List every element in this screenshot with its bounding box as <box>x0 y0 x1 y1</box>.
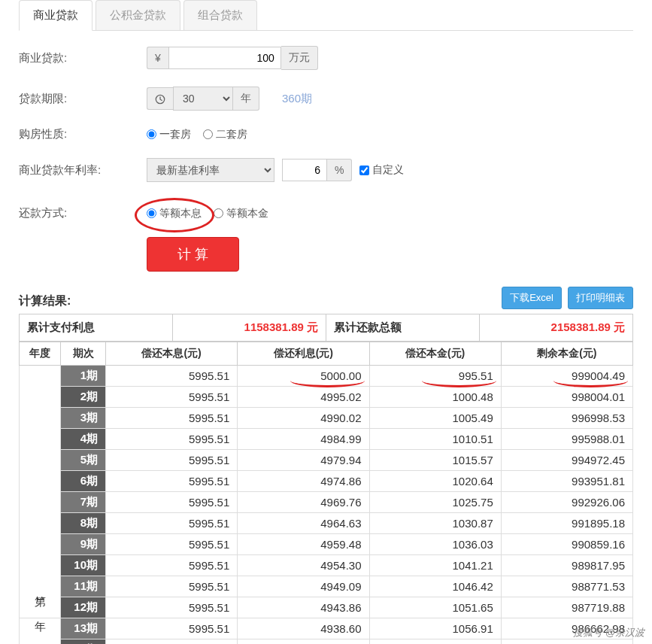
cell-balance: 993951.81 <box>501 471 632 492</box>
radio-second-home[interactable]: 二套房 <box>203 128 247 141</box>
tab-combo[interactable]: 组合贷款 <box>183 0 257 30</box>
cell-balance: 990859.16 <box>501 534 632 555</box>
tab-fund[interactable]: 公积金贷款 <box>96 0 180 30</box>
cell-payment: 5995.51 <box>106 618 238 639</box>
print-detail-button[interactable]: 打印明细表 <box>568 287 633 309</box>
radio-second-home-input[interactable] <box>203 129 213 139</box>
cell-principal: 1041.21 <box>369 555 501 576</box>
rate-input[interactable] <box>282 159 327 181</box>
results-title: 计算结果: <box>19 293 71 309</box>
col-balance: 剩余本金(元) <box>501 342 632 366</box>
radio-equal-principal[interactable]: 等额本金 <box>214 207 268 220</box>
loan-amount-label: 商业贷款: <box>19 51 147 65</box>
cell-interest: 4938.60 <box>238 618 369 639</box>
cell-interest: 4964.63 <box>238 513 369 534</box>
cell-principal: 1015.57 <box>369 450 501 471</box>
interest-total-label: 累计支付利息 <box>20 314 173 342</box>
cell-balance: 988771.53 <box>501 576 632 597</box>
table-row: 12期5995.514943.861051.65987719.88 <box>20 597 633 618</box>
cell-payment: 5995.51 <box>106 492 238 513</box>
radio-equal-principal-label: 等额本金 <box>226 207 268 220</box>
cell-interest: 4954.30 <box>238 555 369 576</box>
cell-principal: 1010.51 <box>369 429 501 450</box>
cell-interest: 4995.02 <box>238 387 369 408</box>
cell-balance: 998004.01 <box>501 387 632 408</box>
rate-custom-checkbox[interactable]: 自定义 <box>359 163 404 177</box>
cell-payment: 5995.51 <box>106 429 238 450</box>
period-cell: 12期 <box>61 597 106 618</box>
table-row: 9期5995.514959.481036.03990859.16 <box>20 534 633 555</box>
period-cell: 8期 <box>61 513 106 534</box>
table-row: 3期5995.514990.021005.49996998.53 <box>20 408 633 429</box>
cell-principal: 1046.42 <box>369 576 501 597</box>
loan-amount-input[interactable] <box>168 47 281 69</box>
period-cell: 7期 <box>61 492 106 513</box>
cell-payment: 5995.51 <box>106 534 238 555</box>
currency-icon: ¥ <box>147 47 168 69</box>
tab-commercial[interactable]: 商业贷款 <box>19 0 92 31</box>
clock-icon <box>147 87 173 110</box>
calculate-button[interactable]: 计 算 <box>147 237 239 272</box>
cell-principal: 1005.49 <box>369 408 501 429</box>
radio-first-home-label: 一套房 <box>159 128 191 141</box>
rate-custom-checkbox-input[interactable] <box>359 166 369 175</box>
table-row: 14期5995.514933.311062.19 <box>20 639 633 645</box>
cell-balance: 996998.53 <box>501 408 632 429</box>
radio-first-home-input[interactable] <box>147 129 156 139</box>
watermark: 搜狐号 @余汉波 <box>573 626 644 639</box>
cell-interest: 4984.99 <box>238 429 369 450</box>
radio-equal-installment[interactable]: 等额本息 <box>147 207 202 220</box>
table-row: 6期5995.514974.861020.64993951.81 <box>20 471 633 492</box>
radio-equal-installment-input[interactable] <box>147 208 156 218</box>
cell-interest: 5000.00 <box>238 366 369 387</box>
download-excel-button[interactable]: 下载Excel <box>502 287 562 309</box>
cell-interest: 4943.86 <box>238 597 369 618</box>
col-interest: 偿还利息(元) <box>238 342 369 366</box>
period-cell: 13期 <box>61 618 106 639</box>
cell-interest: 4969.76 <box>238 492 369 513</box>
period-cell: 14期 <box>61 639 106 645</box>
cell-payment: 5995.51 <box>106 408 238 429</box>
period-cell: 3期 <box>61 408 106 429</box>
radio-first-home[interactable]: 一套房 <box>147 128 191 141</box>
cell-interest: 4949.09 <box>238 576 369 597</box>
cell-balance: 987719.88 <box>501 597 632 618</box>
rate-custom-label: 自定义 <box>372 163 404 177</box>
summary-table: 累计支付利息 1158381.89 元 累计还款总额 2158381.89 元 <box>19 314 633 342</box>
table-row: 2期5995.514995.021000.48998004.01 <box>20 387 633 408</box>
cell-principal: 995.51 <box>369 366 501 387</box>
rate-unit-label: % <box>327 159 352 181</box>
cell-balance: 991895.18 <box>501 513 632 534</box>
rate-base-select[interactable]: 最新基准利率 <box>147 158 274 182</box>
period-cell: 9期 <box>61 534 106 555</box>
cell-payment: 5995.51 <box>106 366 238 387</box>
period-cell: 11期 <box>61 576 106 597</box>
loan-term-select[interactable]: 30 <box>173 87 233 111</box>
cell-payment: 5995.51 <box>106 576 238 597</box>
cell-principal: 1025.75 <box>369 492 501 513</box>
period-cell: 1期 <box>61 366 106 387</box>
repay-total-label: 累计还款总额 <box>326 314 480 342</box>
table-row: 7期5995.514969.761025.75992926.06 <box>20 492 633 513</box>
cell-interest: 4959.48 <box>238 534 369 555</box>
table-row: 8期5995.514964.631030.87991895.18 <box>20 513 633 534</box>
radio-equal-principal-input[interactable] <box>214 208 223 218</box>
cell-principal: 1036.03 <box>369 534 501 555</box>
cell-balance: 995988.01 <box>501 429 632 450</box>
loan-term-label: 贷款期限: <box>19 92 147 106</box>
radio-equal-installment-label: 等额本息 <box>159 207 202 220</box>
cell-balance: 992926.06 <box>501 492 632 513</box>
cell-payment: 5995.51 <box>106 639 238 645</box>
cell-interest: 4974.86 <box>238 471 369 492</box>
cell-principal: 1030.87 <box>369 513 501 534</box>
repay-total-value: 2158381.89 元 <box>480 314 633 342</box>
period-cell: 6期 <box>61 471 106 492</box>
rate-label: 商业贷款年利率: <box>19 163 147 178</box>
year-cell: 第 1 年 <box>20 366 61 618</box>
interest-total-value: 1158381.89 元 <box>173 314 326 342</box>
cell-principal: 1062.19 <box>369 639 501 645</box>
cell-payment: 5995.51 <box>106 387 238 408</box>
period-cell: 2期 <box>61 387 106 408</box>
cell-interest: 4990.02 <box>238 408 369 429</box>
period-cell: 4期 <box>61 429 106 450</box>
